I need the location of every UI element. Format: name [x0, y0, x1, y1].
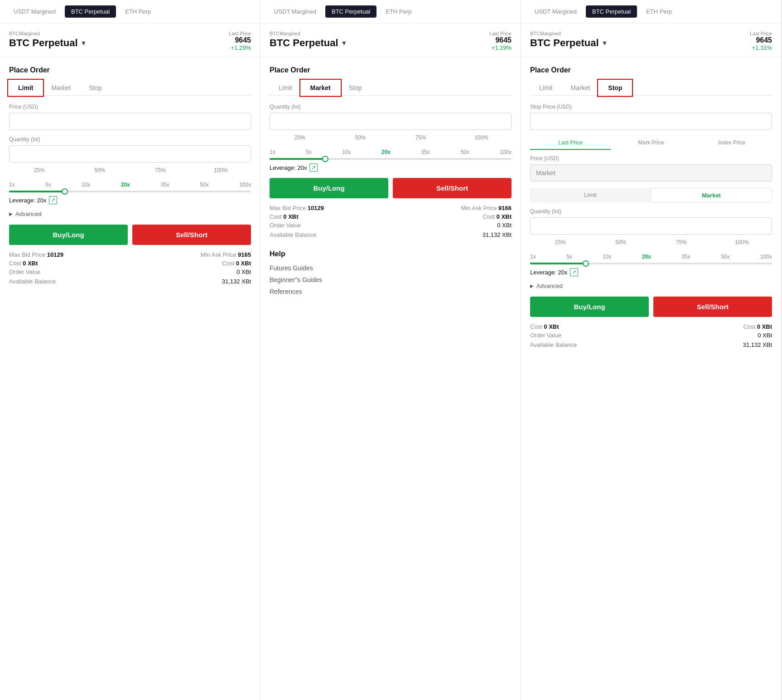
- stop-price-input-3[interactable]: [530, 113, 772, 130]
- lev-20x-1[interactable]: 20x: [121, 182, 130, 188]
- lev-50x-1[interactable]: 50x: [200, 182, 208, 188]
- lev-20x-3[interactable]: 20x: [642, 254, 651, 260]
- lev-100x-3[interactable]: 100x: [760, 254, 772, 260]
- tab-stop-2[interactable]: Stop: [340, 81, 371, 95]
- pct-75-1[interactable]: 75%: [130, 165, 191, 175]
- tab-limit-2[interactable]: Limit: [270, 81, 301, 95]
- pct-100-3[interactable]: 100%: [712, 237, 772, 247]
- panels-container: USDT Margined BTC Perpetual ETH Perp BTC…: [0, 0, 782, 700]
- buy-button-2[interactable]: Buy/Long: [270, 178, 388, 198]
- tab-limit-3[interactable]: Limit: [530, 81, 562, 95]
- sell-button-2[interactable]: Sell/Short: [393, 178, 512, 198]
- lev-100x-2[interactable]: 100x: [500, 149, 512, 155]
- lev-35x-3[interactable]: 35x: [681, 254, 690, 260]
- help-link-references[interactable]: References: [270, 288, 512, 295]
- pct-50-3[interactable]: 50%: [591, 237, 652, 247]
- pct-100-2[interactable]: 100%: [451, 133, 512, 143]
- lev-5x-1[interactable]: 5x: [45, 182, 51, 188]
- leverage-slider-1[interactable]: [9, 191, 251, 192]
- lev-50x-2[interactable]: 50x: [460, 149, 469, 155]
- leverage-slider-2[interactable]: [270, 158, 512, 160]
- dropdown-arrow-2[interactable]: ▼: [341, 39, 348, 47]
- dropdown-arrow-3[interactable]: ▼: [602, 39, 608, 47]
- leverage-edit-icon-2[interactable]: ↗: [309, 163, 318, 172]
- leverage-labels-3: 1x 5x 10x 20x 35x 50x 100x: [530, 254, 772, 260]
- tab-market-1[interactable]: Market: [42, 81, 80, 95]
- pct-25-3[interactable]: 25%: [530, 237, 591, 247]
- advanced-label-3: Advanced: [536, 283, 563, 289]
- price-type-mark-3[interactable]: Mark Price: [611, 136, 691, 150]
- pct-100-1[interactable]: 100%: [191, 165, 251, 175]
- price-input-1[interactable]: [9, 113, 251, 130]
- lev-35x-2[interactable]: 35x: [421, 149, 430, 155]
- adv-arrow-1: ▶: [9, 211, 13, 216]
- tab-usdt-margined-1[interactable]: USDT Margined: [7, 5, 62, 18]
- lev-100x-1[interactable]: 100x: [239, 182, 251, 188]
- tab-btc-perpetual-1[interactable]: BTC Perpetual: [65, 5, 116, 18]
- max-bid-label-1: Max Bid Price 10129: [9, 251, 63, 258]
- lev-50x-3[interactable]: 50x: [721, 254, 729, 260]
- advanced-label-1: Advanced: [15, 211, 42, 217]
- lev-10x-2[interactable]: 10x: [342, 149, 351, 155]
- advanced-toggle-3[interactable]: ▶ Advanced: [530, 283, 772, 289]
- price-type-index-3[interactable]: Index Price: [691, 136, 772, 150]
- sell-button-3[interactable]: Sell/Short: [653, 297, 772, 317]
- qty-input-1[interactable]: [9, 145, 251, 163]
- tab-limit-1[interactable]: Limit: [9, 81, 42, 95]
- panel-market: USDT Margined BTC Perpetual ETH Perp BTC…: [261, 0, 521, 700]
- lev-1x-3[interactable]: 1x: [530, 254, 536, 260]
- lev-10x-3[interactable]: 10x: [603, 254, 611, 260]
- tab-btc-perpetual-2[interactable]: BTC Perpetual: [325, 5, 377, 18]
- pair-label-2: BTCMargined: [270, 31, 347, 36]
- leverage-edit-icon-3[interactable]: ↗: [570, 268, 578, 276]
- leverage-edit-icon-1[interactable]: ↗: [49, 196, 57, 204]
- pct-75-2[interactable]: 75%: [391, 133, 451, 143]
- stop-price-group-3: Stop Price (USD): [530, 104, 772, 130]
- action-buttons-3: Buy/Long Sell/Short: [530, 297, 772, 317]
- sub-tab-market-3[interactable]: Market: [651, 188, 772, 203]
- qty-input-3[interactable]: [530, 217, 772, 235]
- avail-bal-label-1: Available Balance: [9, 278, 56, 285]
- tab-stop-1[interactable]: Stop: [80, 81, 111, 95]
- tab-usdt-margined-3[interactable]: USDT Margined: [528, 5, 583, 18]
- lev-5x-2[interactable]: 5x: [306, 149, 312, 155]
- pct-25-1[interactable]: 25%: [9, 165, 70, 175]
- lev-20x-2[interactable]: 20x: [381, 149, 391, 155]
- tab-stop-3[interactable]: Stop: [599, 81, 631, 95]
- buy-button-3[interactable]: Buy/Long: [530, 297, 649, 317]
- order-section-3: Place Order Limit Market Stop Stop Price…: [521, 57, 781, 351]
- pct-50-1[interactable]: 50%: [70, 165, 130, 175]
- qty-input-2[interactable]: [270, 113, 512, 130]
- tab-eth-perp-3[interactable]: ETH Perp: [640, 5, 678, 18]
- price-type-last-3[interactable]: Last Price: [530, 136, 611, 150]
- tab-market-3[interactable]: Market: [562, 81, 599, 95]
- avail-bal-row-3: Available Balance 31,132 XBt: [530, 341, 772, 348]
- cost-sell-3: Cost 0 XBt: [743, 323, 772, 330]
- leverage-slider-3[interactable]: [530, 263, 772, 264]
- lev-1x-1[interactable]: 1x: [9, 182, 15, 188]
- place-order-title-2: Place Order: [270, 66, 512, 74]
- last-price-change-1: +1.29%: [231, 44, 251, 51]
- lev-35x-1[interactable]: 35x: [160, 182, 169, 188]
- lev-5x-3[interactable]: 5x: [566, 254, 572, 260]
- lev-10x-1[interactable]: 10x: [82, 182, 90, 188]
- pct-25-2[interactable]: 25%: [270, 133, 330, 143]
- tab-btc-perpetual-3[interactable]: BTC Perpetual: [586, 5, 637, 18]
- sub-tab-limit-3[interactable]: Limit: [530, 188, 651, 203]
- avail-bal-label-3: Available Balance: [530, 341, 577, 348]
- dropdown-arrow-1[interactable]: ▼: [81, 39, 87, 47]
- tab-usdt-margined-2[interactable]: USDT Margined: [268, 5, 323, 18]
- help-link-futures[interactable]: Futures Guides: [270, 264, 512, 272]
- pct-50-2[interactable]: 50%: [330, 133, 391, 143]
- buy-button-1[interactable]: Buy/Long: [9, 225, 128, 245]
- tab-market-2[interactable]: Market: [301, 81, 340, 95]
- sell-button-1[interactable]: Sell/Short: [132, 225, 251, 245]
- price-input-3[interactable]: [530, 164, 772, 182]
- lev-1x-2[interactable]: 1x: [270, 149, 275, 155]
- min-ask-value-1: 9165: [238, 251, 251, 258]
- help-link-beginners[interactable]: Beginner"s Guides: [270, 276, 512, 283]
- tab-eth-perp-1[interactable]: ETH Perp: [119, 5, 157, 18]
- tab-eth-perp-2[interactable]: ETH Perp: [379, 5, 418, 18]
- advanced-toggle-1[interactable]: ▶ Advanced: [9, 211, 251, 217]
- pct-75-3[interactable]: 75%: [651, 237, 712, 247]
